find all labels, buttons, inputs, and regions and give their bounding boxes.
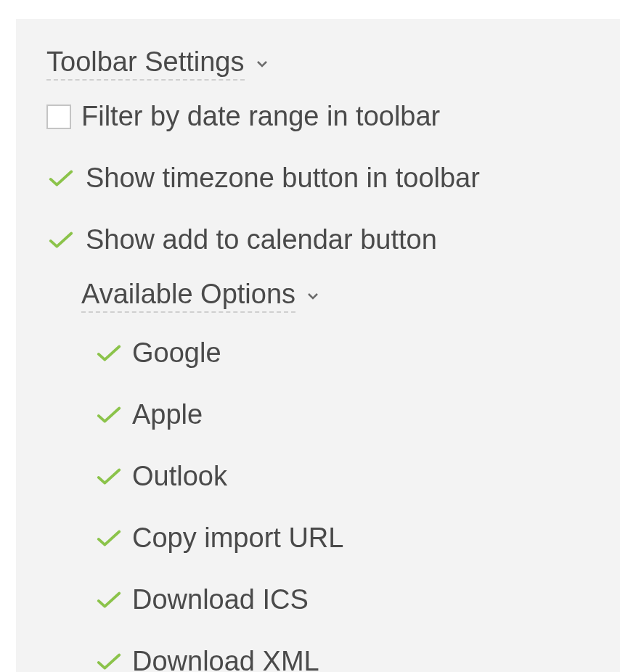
available-options-subsection: Available Options Google Apple xyxy=(46,279,590,672)
toolbar-settings-title: Toolbar Settings xyxy=(46,46,245,81)
checkmark-icon xyxy=(46,168,76,189)
checkmark-icon xyxy=(94,405,123,425)
show-timezone-option[interactable]: Show timezone button in toolbar xyxy=(46,163,590,194)
toolbar-settings-panel: Toolbar Settings Filter by date range in… xyxy=(16,19,620,672)
available-options-header[interactable]: Available Options xyxy=(81,279,320,313)
checkmark-icon xyxy=(94,590,123,610)
show-add-to-calendar-label: Show add to calendar button xyxy=(86,224,437,255)
copy-import-url-option[interactable]: Copy import URL xyxy=(94,523,590,554)
download-xml-label: Download XML xyxy=(132,646,319,672)
apple-label: Apple xyxy=(132,399,203,430)
outlook-option[interactable]: Outlook xyxy=(94,461,590,492)
google-option[interactable]: Google xyxy=(94,337,590,369)
checkmark-icon xyxy=(94,528,123,549)
show-add-to-calendar-option[interactable]: Show add to calendar button xyxy=(46,224,590,255)
available-options-title: Available Options xyxy=(81,279,295,313)
outlook-label: Outlook xyxy=(132,461,227,492)
checkmark-icon xyxy=(46,230,76,250)
show-timezone-label: Show timezone button in toolbar xyxy=(86,163,480,194)
download-xml-option[interactable]: Download XML xyxy=(94,646,590,672)
copy-import-url-label: Copy import URL xyxy=(132,523,343,554)
checkmark-icon xyxy=(94,652,123,672)
filter-date-range-option[interactable]: Filter by date range in toolbar xyxy=(46,101,590,132)
checkmark-icon xyxy=(94,343,123,364)
download-ics-label: Download ICS xyxy=(132,584,309,615)
google-label: Google xyxy=(132,337,221,369)
download-ics-option[interactable]: Download ICS xyxy=(94,584,590,615)
checkmark-icon xyxy=(94,467,123,487)
toolbar-settings-header[interactable]: Toolbar Settings xyxy=(46,46,269,81)
chevron-down-icon xyxy=(255,57,269,71)
filter-date-range-label: Filter by date range in toolbar xyxy=(81,101,440,132)
apple-option[interactable]: Apple xyxy=(94,399,590,430)
checkbox-unchecked-icon xyxy=(46,105,71,129)
chevron-down-icon xyxy=(306,289,320,303)
